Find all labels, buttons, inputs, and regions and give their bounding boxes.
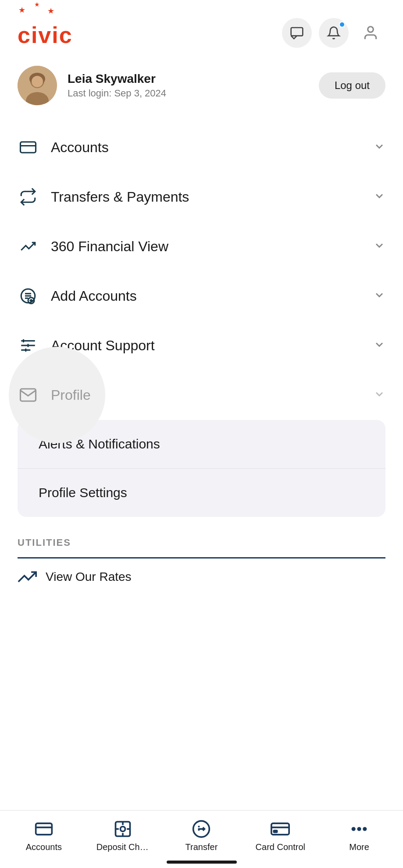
tab-bar: Accounts Deposit Chec... Transfer Card C — [0, 810, 403, 868]
transfer-tab-icon — [192, 819, 211, 839]
utilities-label: UTILITIES — [18, 537, 385, 548]
user-info: Leia Skywalker Last login: Sep 3, 2024 — [18, 66, 166, 105]
svg-point-25 — [120, 827, 125, 832]
chat-button[interactable] — [282, 18, 312, 48]
transfers-label: Transfers & Payments — [51, 189, 373, 205]
add-accounts-icon — [18, 285, 39, 306]
accounts-tab-icon — [34, 819, 53, 839]
profile-settings-item[interactable]: Profile Settings — [18, 469, 385, 517]
financial-chevron — [373, 239, 385, 253]
svg-rect-0 — [291, 28, 303, 36]
notification-dot — [339, 21, 345, 28]
svg-rect-7 — [21, 142, 36, 153]
logout-button[interactable]: Log out — [319, 72, 385, 99]
bell-icon — [327, 26, 341, 40]
account-support-label: Account Support — [51, 338, 373, 354]
logo: ★ ★ ★ civic — [18, 18, 73, 48]
nav-item-add-accounts[interactable]: Add Accounts — [18, 271, 385, 321]
profile-label: Profile — [51, 387, 373, 403]
financial-icon — [18, 236, 39, 257]
card-control-tab-label: Card Control — [256, 842, 305, 852]
profile-icon — [18, 384, 39, 406]
home-indicator — [167, 861, 237, 864]
tab-card-control[interactable]: Card Control — [254, 819, 307, 852]
svg-point-37 — [364, 828, 366, 830]
svg-rect-34 — [274, 831, 277, 832]
accounts-tab-label: Accounts — [26, 842, 62, 852]
deposit-tab-label: Deposit Chec... — [96, 842, 149, 852]
user-details: Leia Skywalker Last login: Sep 3, 2024 — [68, 72, 166, 99]
logo-text: civic — [18, 18, 73, 48]
profile-button[interactable] — [356, 18, 385, 48]
accounts-label: Accounts — [51, 139, 373, 156]
financial-label: 360 Financial View — [51, 238, 373, 255]
tab-accounts[interactable]: Accounts — [18, 819, 70, 852]
bell-button[interactable] — [319, 18, 349, 48]
svg-point-1 — [368, 27, 374, 32]
svg-point-36 — [358, 828, 360, 830]
deposit-tab-icon — [113, 819, 132, 839]
svg-point-35 — [352, 828, 355, 830]
view-rates-label: View Our Rates — [46, 570, 132, 584]
transfer-tab-label: Transfer — [185, 842, 218, 852]
transfers-chevron — [373, 190, 385, 204]
nav-item-profile[interactable]: Profile — [18, 370, 385, 420]
user-name: Leia Skywalker — [68, 72, 166, 86]
add-accounts-label: Add Accounts — [51, 288, 373, 304]
more-tab-label: More — [349, 842, 369, 852]
accounts-icon — [18, 137, 39, 158]
user-last-login: Last login: Sep 3, 2024 — [68, 88, 166, 99]
nav-item-financial[interactable]: 360 Financial View — [18, 222, 385, 271]
tab-deposit[interactable]: Deposit Chec... — [96, 819, 149, 852]
svg-point-6 — [32, 76, 43, 87]
nav-item-transfers[interactable]: Transfers & Payments — [18, 172, 385, 222]
user-avatar-icon — [362, 25, 379, 41]
add-accounts-chevron — [373, 289, 385, 303]
account-support-chevron — [373, 338, 385, 352]
svg-rect-22 — [36, 823, 52, 835]
nav-menu: Accounts Transfers & Payments 360 Fi — [0, 123, 403, 517]
nav-item-accounts[interactable]: Accounts — [18, 123, 385, 172]
user-bar: Leia Skywalker Last login: Sep 3, 2024 L… — [0, 57, 403, 123]
card-control-tab-icon — [271, 819, 290, 839]
view-rates-item[interactable]: View Our Rates — [18, 557, 385, 595]
header-actions — [282, 18, 385, 48]
app-header: ★ ★ ★ civic — [0, 0, 403, 57]
utilities-section: UTILITIES View Our Rates — [0, 524, 403, 595]
view-rates-icon — [18, 567, 37, 587]
transfers-icon — [18, 186, 39, 207]
tab-transfer[interactable]: Transfer — [175, 819, 228, 852]
avatar-image — [18, 66, 57, 105]
chat-icon — [290, 26, 304, 40]
avatar — [18, 66, 57, 105]
tab-more[interactable]: More — [333, 819, 385, 852]
profile-chevron — [373, 388, 385, 402]
accounts-chevron — [373, 140, 385, 154]
more-tab-icon — [350, 819, 369, 839]
